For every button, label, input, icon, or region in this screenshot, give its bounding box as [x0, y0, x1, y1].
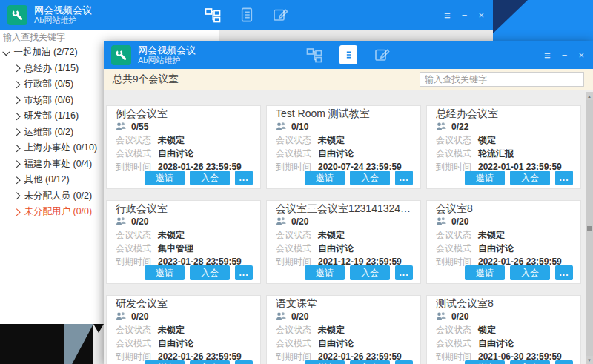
- participants-icon: [436, 122, 446, 133]
- invite-button[interactable]: 邀请: [305, 171, 345, 185]
- tree-node[interactable]: 运维部 (0/2): [0, 125, 104, 141]
- join-button[interactable]: 入会: [350, 360, 390, 364]
- invite-button[interactable]: 邀请: [465, 171, 505, 185]
- invite-button[interactable]: 邀请: [145, 171, 185, 185]
- room-list-area: 例会会议室0/55会议状态未锁定会议模式自由讨论到期时间2028-01-26 2…: [104, 90, 593, 364]
- window-minimize-button[interactable]: −: [562, 50, 568, 60]
- compose-edit-icon[interactable]: [374, 45, 391, 64]
- participants-icon: [276, 311, 286, 322]
- participants-icon: [276, 216, 286, 228]
- join-button[interactable]: 入会: [510, 360, 550, 364]
- meeting-status-label: 会议状态: [276, 229, 318, 242]
- window-menu-button[interactable]: ≡: [444, 10, 451, 21]
- tree-node-label: 一起加油 (2/72): [14, 46, 78, 59]
- room-occupancy: 0/20: [451, 216, 468, 227]
- meeting-mode-row: 会议模式自由讨论: [436, 242, 572, 254]
- chevron-right-icon: [13, 193, 20, 199]
- bg-titlebar: 网会视频会议 Ab网站维护: [0, 0, 493, 30]
- room-card: 研发会议室0/20会议状态未锁定会议模式自由讨论到期时间2022-01-26 2…: [106, 295, 261, 364]
- join-button[interactable]: 入会: [190, 265, 230, 280]
- more-options-button[interactable]: ...: [235, 171, 253, 185]
- join-button[interactable]: 入会: [350, 171, 390, 185]
- tree-node[interactable]: 上海办事处 (0/10): [0, 140, 104, 156]
- room-occupancy: 0/10: [291, 122, 308, 132]
- meeting-status-row: 会议状态未锁定: [276, 229, 411, 241]
- more-options-button[interactable]: ...: [555, 171, 573, 185]
- more-options-button[interactable]: ...: [395, 265, 413, 280]
- window-close-button[interactable]: ×: [478, 10, 484, 20]
- meeting-list-icon-active[interactable]: [339, 45, 357, 64]
- join-button[interactable]: 入会: [190, 360, 230, 364]
- room-search-input[interactable]: [420, 72, 584, 87]
- room-card: 会议室三会议室123141324141三会...0/20会议状态未锁定会议模式自…: [266, 200, 421, 284]
- room-card: 会议室80/20会议状态未锁定会议模式自由讨论到期时间2022-01-26 23…: [426, 200, 581, 284]
- tree-node[interactable]: 市场部 (0/6): [0, 93, 104, 109]
- room-occupancy: 0/20: [131, 216, 148, 227]
- room-occupancy: 0/20: [291, 311, 308, 322]
- fg-window-controls: ≡ − ×: [544, 41, 584, 69]
- room-name: 会议室8: [436, 202, 572, 214]
- join-button[interactable]: 入会: [510, 265, 550, 280]
- tree-node-label: 运维部 (0/2): [24, 126, 74, 139]
- window-minimize-button[interactable]: −: [462, 10, 468, 20]
- room-name: 会议室三会议室123141324141三会...: [276, 202, 411, 214]
- meeting-mode-row: 会议模式集中管理: [116, 242, 251, 254]
- tree-node[interactable]: 总经办 (1/15): [0, 61, 104, 77]
- more-options-button[interactable]: ...: [555, 265, 573, 280]
- join-button[interactable]: 入会: [190, 171, 230, 185]
- fg-window-subtitle: Ab网站维护: [138, 56, 196, 65]
- fg-window-title: 网会视频会议: [138, 44, 196, 56]
- tree-node[interactable]: 研发部 (1/16): [0, 108, 104, 125]
- more-options-button[interactable]: ...: [235, 265, 253, 280]
- vertical-scrollbar[interactable]: ▲ ▼: [586, 92, 593, 364]
- tree-node[interactable]: 未分配人员 (0/2): [0, 188, 104, 205]
- scrollbar-thumb[interactable]: [586, 100, 593, 356]
- chevron-right-icon: [13, 113, 20, 119]
- room-card: Test Room 测试教室0/10会议状态未锁定会议模式自由讨论到期时间202…: [266, 105, 421, 189]
- more-options-button[interactable]: ...: [235, 360, 253, 364]
- org-structure-icon[interactable]: [204, 5, 222, 24]
- chevron-right-icon: [13, 65, 20, 72]
- invite-button[interactable]: 邀请: [465, 360, 505, 364]
- meeting-mode-value: 自由讨论: [478, 337, 514, 350]
- room-name: Test Room 测试教室: [276, 107, 411, 119]
- bg-window-subtitle: Ab网站维护: [34, 16, 92, 25]
- tree-node-label: 上海办事处 (0/10): [24, 142, 98, 154]
- meeting-mode-label: 会议模式: [276, 337, 318, 350]
- meeting-mode-value: 自由讨论: [318, 337, 354, 350]
- more-options-button[interactable]: ...: [395, 360, 413, 364]
- foreground-window: 网会视频会议 Ab网站维护: [104, 41, 593, 364]
- more-options-button[interactable]: ...: [555, 360, 573, 364]
- scroll-up-icon[interactable]: ▲: [586, 92, 593, 100]
- tree-node[interactable]: 福建办事处 (0/4): [0, 156, 104, 173]
- org-structure-icon[interactable]: [305, 45, 323, 64]
- invite-button[interactable]: 邀请: [305, 360, 345, 364]
- room-card-buttons: 邀请入会...: [465, 171, 573, 185]
- meeting-status-value: 未锁定: [318, 324, 345, 337]
- invite-button[interactable]: 邀请: [145, 265, 185, 280]
- tree-node[interactable]: 未分配用户 (0/0): [0, 204, 104, 220]
- tree-node-root[interactable]: 一起加油 (2/72): [0, 44, 104, 61]
- invite-button[interactable]: 邀请: [145, 360, 185, 364]
- join-button[interactable]: 入会: [510, 171, 550, 185]
- compose-edit-icon[interactable]: [272, 5, 290, 24]
- room-card: 语文课堂0/20会议状态未锁定会议模式自由讨论到期时间2022-01-26 23…: [266, 295, 421, 364]
- bg-titlebar-icons: [204, 5, 290, 24]
- tree-node[interactable]: 其他 (0/12): [0, 172, 104, 188]
- scroll-down-icon[interactable]: ▼: [586, 356, 593, 364]
- meeting-status-label: 会议状态: [116, 324, 158, 337]
- room-name: 测试会议室8: [436, 297, 572, 309]
- meeting-mode-value: 自由讨论: [158, 337, 193, 350]
- invite-button[interactable]: 邀请: [305, 265, 345, 280]
- participants-icon: [116, 122, 126, 133]
- meeting-list-icon[interactable]: [238, 5, 256, 24]
- more-options-button[interactable]: ...: [395, 171, 413, 185]
- meeting-mode-label: 会议模式: [436, 242, 478, 255]
- meeting-status-label: 会议状态: [116, 229, 158, 242]
- invite-button[interactable]: 邀请: [465, 265, 505, 280]
- tree-node[interactable]: 行政部 (0/5): [0, 76, 104, 93]
- window-close-button[interactable]: ×: [578, 50, 584, 60]
- meeting-status-label: 会议状态: [276, 324, 318, 337]
- window-menu-button[interactable]: ≡: [544, 50, 551, 61]
- join-button[interactable]: 入会: [350, 265, 390, 280]
